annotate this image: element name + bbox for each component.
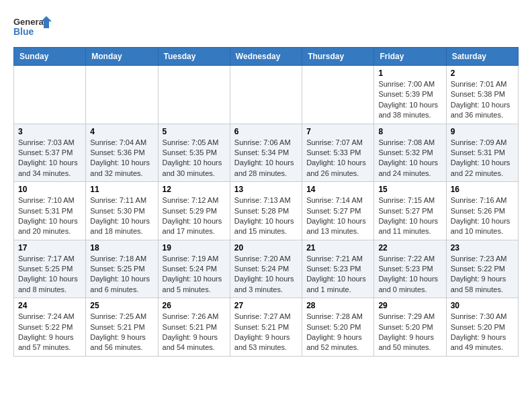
day-number: 3	[18, 127, 81, 136]
day-number: 11	[90, 185, 153, 194]
calendar-day-cell	[230, 66, 302, 124]
calendar-day-cell: 18Sunrise: 7:18 AMSunset: 5:25 PMDayligh…	[86, 240, 158, 298]
calendar-week-row: 24Sunrise: 7:24 AMSunset: 5:22 PMDayligh…	[14, 298, 519, 357]
weekday-header-monday: Monday	[86, 48, 158, 66]
day-number: 25	[90, 301, 153, 310]
day-number: 8	[378, 127, 441, 136]
day-number: 29	[378, 301, 441, 310]
day-info: Sunrise: 7:21 AMSunset: 5:23 PMDaylight:…	[306, 254, 369, 295]
calendar-day-cell: 6Sunrise: 7:06 AMSunset: 5:34 PMDaylight…	[230, 124, 302, 182]
day-number: 7	[306, 127, 369, 136]
day-number: 21	[306, 243, 369, 253]
weekday-header-row: SundayMondayTuesdayWednesdayThursdayFrid…	[14, 48, 519, 66]
day-info: Sunrise: 7:10 AMSunset: 5:31 PMDaylight:…	[18, 195, 81, 237]
weekday-header-sunday: Sunday	[14, 48, 86, 66]
day-number: 23	[451, 243, 514, 253]
calendar-day-cell	[86, 66, 158, 124]
calendar-table: SundayMondayTuesdayWednesdayThursdayFrid…	[13, 47, 519, 357]
day-info: Sunrise: 7:09 AMSunset: 5:31 PMDaylight:…	[451, 138, 514, 179]
weekday-header-saturday: Saturday	[446, 48, 518, 66]
day-info: Sunrise: 7:23 AMSunset: 5:22 PMDaylight:…	[451, 254, 514, 295]
day-info: Sunrise: 7:20 AMSunset: 5:24 PMDaylight:…	[234, 254, 298, 295]
weekday-header-thursday: Thursday	[302, 48, 374, 66]
day-info: Sunrise: 7:22 AMSunset: 5:23 PMDaylight:…	[378, 254, 441, 295]
day-info: Sunrise: 7:03 AMSunset: 5:37 PMDaylight:…	[18, 138, 81, 179]
day-number: 2	[451, 68, 514, 78]
day-info: Sunrise: 7:15 AMSunset: 5:27 PMDaylight:…	[378, 195, 441, 237]
calendar-day-cell: 1Sunrise: 7:00 AMSunset: 5:39 PMDaylight…	[374, 66, 446, 124]
day-number: 6	[234, 127, 298, 136]
calendar-day-cell: 17Sunrise: 7:17 AMSunset: 5:25 PMDayligh…	[14, 240, 86, 298]
calendar-day-cell: 9Sunrise: 7:09 AMSunset: 5:31 PMDaylight…	[446, 124, 518, 182]
day-info: Sunrise: 7:30 AMSunset: 5:20 PMDaylight:…	[451, 312, 514, 353]
calendar-day-cell: 13Sunrise: 7:13 AMSunset: 5:28 PMDayligh…	[230, 182, 302, 240]
day-info: Sunrise: 7:12 AMSunset: 5:29 PMDaylight:…	[163, 195, 226, 237]
day-number: 22	[378, 243, 441, 253]
svg-text:General: General	[13, 17, 46, 27]
calendar-day-cell: 5Sunrise: 7:05 AMSunset: 5:35 PMDaylight…	[158, 124, 230, 182]
calendar-day-cell: 26Sunrise: 7:26 AMSunset: 5:21 PMDayligh…	[158, 298, 230, 357]
calendar-day-cell: 27Sunrise: 7:27 AMSunset: 5:21 PMDayligh…	[230, 298, 302, 357]
calendar-day-cell	[158, 66, 230, 124]
day-number: 10	[18, 185, 81, 194]
day-number: 20	[234, 243, 298, 253]
calendar-day-cell: 30Sunrise: 7:30 AMSunset: 5:20 PMDayligh…	[446, 298, 518, 357]
day-info: Sunrise: 7:29 AMSunset: 5:20 PMDaylight:…	[378, 312, 441, 353]
day-info: Sunrise: 7:04 AMSunset: 5:36 PMDaylight:…	[90, 138, 153, 179]
calendar-week-row: 3Sunrise: 7:03 AMSunset: 5:37 PMDaylight…	[14, 124, 519, 182]
day-info: Sunrise: 7:01 AMSunset: 5:38 PMDaylight:…	[451, 79, 514, 121]
day-info: Sunrise: 7:17 AMSunset: 5:25 PMDaylight:…	[18, 254, 81, 295]
calendar-day-cell: 15Sunrise: 7:15 AMSunset: 5:27 PMDayligh…	[374, 182, 446, 240]
day-info: Sunrise: 7:18 AMSunset: 5:25 PMDaylight:…	[90, 254, 153, 295]
calendar-day-cell: 23Sunrise: 7:23 AMSunset: 5:22 PMDayligh…	[446, 240, 518, 298]
day-number: 5	[163, 127, 226, 136]
day-number: 1	[378, 68, 441, 78]
day-info: Sunrise: 7:05 AMSunset: 5:35 PMDaylight:…	[163, 138, 226, 179]
day-info: Sunrise: 7:27 AMSunset: 5:21 PMDaylight:…	[234, 312, 298, 353]
calendar-day-cell: 21Sunrise: 7:21 AMSunset: 5:23 PMDayligh…	[302, 240, 374, 298]
calendar-day-cell: 20Sunrise: 7:20 AMSunset: 5:24 PMDayligh…	[230, 240, 302, 298]
calendar-week-row: 10Sunrise: 7:10 AMSunset: 5:31 PMDayligh…	[14, 182, 519, 240]
day-number: 28	[306, 301, 369, 310]
weekday-header-tuesday: Tuesday	[158, 48, 230, 66]
calendar-day-cell	[14, 66, 86, 124]
day-number: 16	[451, 185, 514, 194]
calendar-day-cell: 12Sunrise: 7:12 AMSunset: 5:29 PMDayligh…	[158, 182, 230, 240]
day-info: Sunrise: 7:25 AMSunset: 5:21 PMDaylight:…	[90, 312, 153, 353]
weekday-header-wednesday: Wednesday	[230, 48, 302, 66]
calendar-day-cell: 16Sunrise: 7:16 AMSunset: 5:26 PMDayligh…	[446, 182, 518, 240]
calendar-day-cell: 11Sunrise: 7:11 AMSunset: 5:30 PMDayligh…	[86, 182, 158, 240]
calendar-day-cell: 14Sunrise: 7:14 AMSunset: 5:27 PMDayligh…	[302, 182, 374, 240]
day-number: 27	[234, 301, 298, 310]
calendar-day-cell	[302, 66, 374, 124]
calendar-day-cell: 22Sunrise: 7:22 AMSunset: 5:23 PMDayligh…	[374, 240, 446, 298]
calendar-day-cell: 4Sunrise: 7:04 AMSunset: 5:36 PMDaylight…	[86, 124, 158, 182]
day-number: 9	[451, 127, 514, 136]
logo-icon: General Blue	[13, 13, 54, 40]
day-info: Sunrise: 7:08 AMSunset: 5:32 PMDaylight:…	[378, 138, 441, 179]
day-number: 17	[18, 243, 81, 253]
day-number: 26	[163, 301, 226, 310]
calendar-day-cell: 25Sunrise: 7:25 AMSunset: 5:21 PMDayligh…	[86, 298, 158, 357]
calendar-day-cell: 24Sunrise: 7:24 AMSunset: 5:22 PMDayligh…	[14, 298, 86, 357]
day-number: 4	[90, 127, 153, 136]
day-info: Sunrise: 7:24 AMSunset: 5:22 PMDaylight:…	[18, 312, 81, 353]
svg-text:Blue: Blue	[13, 26, 34, 37]
calendar-day-cell: 10Sunrise: 7:10 AMSunset: 5:31 PMDayligh…	[14, 182, 86, 240]
day-info: Sunrise: 7:11 AMSunset: 5:30 PMDaylight:…	[90, 195, 153, 237]
day-info: Sunrise: 7:28 AMSunset: 5:20 PMDaylight:…	[306, 312, 369, 353]
calendar-day-cell: 19Sunrise: 7:19 AMSunset: 5:24 PMDayligh…	[158, 240, 230, 298]
logo: General Blue	[13, 13, 54, 40]
day-number: 18	[90, 243, 153, 253]
day-info: Sunrise: 7:07 AMSunset: 5:33 PMDaylight:…	[306, 138, 369, 179]
day-info: Sunrise: 7:00 AMSunset: 5:39 PMDaylight:…	[378, 79, 441, 121]
day-info: Sunrise: 7:13 AMSunset: 5:28 PMDaylight:…	[234, 195, 298, 237]
calendar-day-cell: 29Sunrise: 7:29 AMSunset: 5:20 PMDayligh…	[374, 298, 446, 357]
page-header: General Blue	[13, 13, 519, 40]
weekday-header-friday: Friday	[374, 48, 446, 66]
calendar-day-cell: 7Sunrise: 7:07 AMSunset: 5:33 PMDaylight…	[302, 124, 374, 182]
calendar-day-cell: 8Sunrise: 7:08 AMSunset: 5:32 PMDaylight…	[374, 124, 446, 182]
day-info: Sunrise: 7:26 AMSunset: 5:21 PMDaylight:…	[163, 312, 226, 353]
day-number: 14	[306, 185, 369, 194]
day-info: Sunrise: 7:19 AMSunset: 5:24 PMDaylight:…	[163, 254, 226, 295]
